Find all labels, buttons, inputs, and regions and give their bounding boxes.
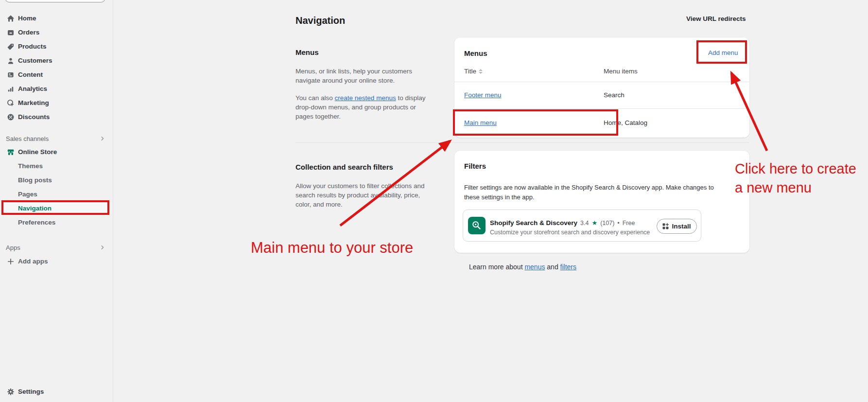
- sidebar-item-content[interactable]: Content: [0, 68, 113, 82]
- footer-text: and: [545, 263, 560, 271]
- filters-card: Filters Filter settings are now availabl…: [454, 151, 749, 253]
- shopify-admin: Home Orders Products Customers: [0, 0, 868, 402]
- sidebar-item-label: Customers: [18, 57, 52, 64]
- column-header-title[interactable]: Title: [464, 68, 483, 75]
- sidebar-item-label: Content: [18, 71, 43, 78]
- sidebar-item-label: Blog posts: [18, 176, 52, 184]
- page-title: Navigation: [295, 15, 345, 26]
- learn-more-footer: Learn more about menus and filters: [469, 263, 576, 271]
- sidebar-item-blog-posts[interactable]: Blog posts: [0, 173, 113, 187]
- sidebar-item-products[interactable]: Products: [0, 39, 113, 53]
- sidebar-item-pages[interactable]: Pages: [0, 187, 113, 201]
- footer-text: Learn more about: [469, 263, 524, 271]
- chevron-right-icon: [99, 135, 106, 142]
- main-menu-link[interactable]: Main menu: [464, 119, 497, 126]
- app-listing: Shopify Search & Discovery 3.4 ★ (107) •…: [463, 210, 701, 242]
- filters-section-heading: Collection and search filters: [295, 163, 393, 171]
- table-row-footer-menu: Footer menu Search: [454, 82, 749, 108]
- filters-card-heading: Filters: [464, 162, 486, 170]
- star-icon: ★: [591, 219, 597, 227]
- sidebar-item-add-apps[interactable]: Add apps: [0, 254, 113, 268]
- sidebar-item-preferences[interactable]: Preferences: [0, 215, 113, 229]
- sidebar-item-label: Settings: [18, 388, 44, 395]
- sidebar-item-online-store[interactable]: Online Store: [0, 145, 113, 159]
- filters-link[interactable]: filters: [560, 263, 576, 271]
- dot-separator: •: [617, 220, 619, 227]
- analytics-icon: [6, 85, 15, 93]
- gear-icon: [6, 387, 15, 396]
- sidebar-item-label: Products: [18, 43, 47, 50]
- sidebar-item-discounts[interactable]: Discounts: [0, 110, 113, 124]
- sidebar-item-label: Pages: [18, 191, 37, 198]
- content-icon: [6, 70, 15, 79]
- footer-menu-items: Search: [604, 91, 625, 99]
- app-name: Shopify Search & Discovery: [490, 219, 577, 227]
- menus-section-heading: Menus: [295, 48, 319, 56]
- view-url-redirects-button[interactable]: View URL redirects: [686, 15, 746, 22]
- sidebar-item-label: Navigation: [18, 205, 52, 212]
- apps-label: Apps: [6, 244, 20, 251]
- home-icon: [6, 14, 15, 23]
- sidebar-section-sales-channels[interactable]: Sales channels: [0, 133, 113, 144]
- menus-card: Menus Add menu Title Menu items Footer m…: [454, 37, 749, 138]
- column-title-label: Title: [464, 68, 476, 75]
- search-app-icon: [468, 217, 486, 234]
- chevron-right-icon: [99, 244, 106, 251]
- install-label: Install: [672, 223, 691, 230]
- sidebar-item-orders[interactable]: Orders: [0, 25, 113, 39]
- menus-table-header: Title Menu items: [454, 62, 749, 82]
- sidebar-item-home[interactable]: Home: [0, 11, 113, 25]
- sidebar-item-label: Home: [18, 15, 36, 22]
- sidebar-item-marketing[interactable]: Marketing: [0, 96, 113, 110]
- sidebar-item-themes[interactable]: Themes: [0, 159, 113, 173]
- sidebar-item-label: Add apps: [18, 258, 48, 265]
- main-menu-items: Home, Catalog: [604, 119, 647, 126]
- plus-icon: [6, 257, 15, 266]
- app-price: Free: [623, 220, 635, 227]
- sidebar-item-label: Orders: [18, 29, 39, 36]
- sidebar-item-label: Online Store: [18, 148, 57, 156]
- footer-menu-link[interactable]: Footer menu: [464, 91, 502, 99]
- products-icon: [6, 42, 15, 51]
- menus-link[interactable]: menus: [524, 263, 545, 271]
- app-review-count: (107): [600, 220, 614, 227]
- menus-section-description-1: Menus, or link lists, help your customer…: [295, 67, 428, 85]
- annotation-text-main-menu: Main menu to your store: [251, 239, 413, 257]
- create-nested-menus-link[interactable]: create nested menus: [335, 94, 396, 102]
- install-icon: [662, 223, 669, 229]
- sales-channels-label: Sales channels: [6, 135, 49, 142]
- sidebar-item-analytics[interactable]: Analytics: [0, 82, 113, 96]
- app-title-row: Shopify Search & Discovery 3.4 ★ (107) •…: [490, 219, 635, 227]
- section-divider: [295, 142, 749, 143]
- sidebar-section-apps[interactable]: Apps: [0, 242, 113, 253]
- app-rating: 3.4: [580, 220, 589, 227]
- orders-icon: [6, 28, 15, 37]
- description-text: You can also: [295, 94, 335, 102]
- menus-section-description-2: You can also create nested menus to disp…: [295, 93, 428, 121]
- marketing-icon: [6, 99, 15, 107]
- sidebar-item-customers[interactable]: Customers: [0, 53, 113, 68]
- menus-card-heading: Menus: [464, 49, 487, 57]
- filters-card-description: Filter settings are now available in the…: [464, 183, 724, 202]
- sidebar: Home Orders Products Customers: [0, 0, 113, 402]
- add-menu-button[interactable]: Add menu: [708, 49, 738, 56]
- column-header-menu-items: Menu items: [604, 68, 638, 75]
- sidebar-item-label: Discounts: [18, 113, 50, 121]
- filters-section-description: Allow your customers to filter collectio…: [295, 181, 437, 209]
- sidebar-item-label: Analytics: [18, 85, 47, 92]
- search-input[interactable]: [5, 0, 105, 2]
- sort-icon: [479, 69, 483, 74]
- app-description: Customize your storefront search and dis…: [490, 229, 650, 236]
- sidebar-item-settings[interactable]: Settings: [0, 385, 113, 399]
- discounts-icon: [6, 113, 15, 122]
- sidebar-item-label: Preferences: [18, 219, 55, 226]
- sidebar-item-navigation[interactable]: Navigation: [2, 201, 109, 215]
- sidebar-item-label: Themes: [18, 162, 43, 170]
- sidebar-item-label: Marketing: [18, 99, 49, 106]
- annotation-text-add-menu: Click here to create a new menu: [735, 159, 867, 197]
- install-button[interactable]: Install: [657, 219, 697, 234]
- table-row-main-menu: Main menu Home, Catalog: [454, 108, 749, 138]
- customers-icon: [6, 56, 15, 65]
- online-store-icon: [6, 148, 15, 157]
